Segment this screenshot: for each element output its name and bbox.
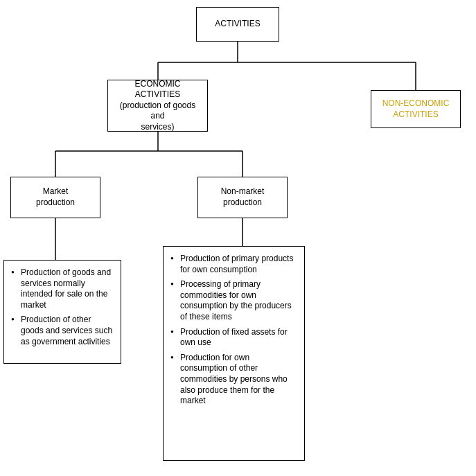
market-bullet-1: Production of goods and services normall… bbox=[11, 267, 114, 310]
non-market-bullet-4: Production for own consumption of other … bbox=[170, 353, 297, 407]
non-market-bullet-list: Production of primary products for own c… bbox=[166, 251, 301, 414]
market-label: Marketproduction bbox=[36, 186, 75, 208]
market-detail-box: Production of goods and services normall… bbox=[3, 260, 121, 364]
market-bullet-list: Production of goods and services normall… bbox=[7, 265, 118, 354]
economic-label: ECONOMIC ACTIVITIES(production of goods … bbox=[112, 79, 203, 133]
activities-box: ACTIVITIES bbox=[196, 7, 279, 42]
non-market-label: Non-marketproduction bbox=[221, 186, 265, 208]
non-market-detail-box: Production of primary products for own c… bbox=[163, 246, 305, 461]
non-economic-label: NON-ECONOMICACTIVITIES bbox=[382, 98, 450, 120]
market-production-box: Marketproduction bbox=[10, 177, 100, 218]
non-market-bullet-2: Processing of primary commodities for ow… bbox=[170, 279, 297, 322]
non-economic-box: NON-ECONOMICACTIVITIES bbox=[371, 90, 461, 128]
non-market-bullet-3: Production of fixed assets for own use bbox=[170, 327, 297, 349]
diagram: ACTIVITIES ECONOMIC ACTIVITIES(productio… bbox=[0, 0, 476, 476]
economic-activities-box: ECONOMIC ACTIVITIES(production of goods … bbox=[107, 80, 208, 132]
non-market-production-box: Non-marketproduction bbox=[197, 177, 288, 218]
non-market-bullet-1: Production of primary products for own c… bbox=[170, 254, 297, 275]
activities-label: ACTIVITIES bbox=[215, 19, 260, 30]
market-bullet-2: Production of other goods and services s… bbox=[11, 315, 114, 347]
